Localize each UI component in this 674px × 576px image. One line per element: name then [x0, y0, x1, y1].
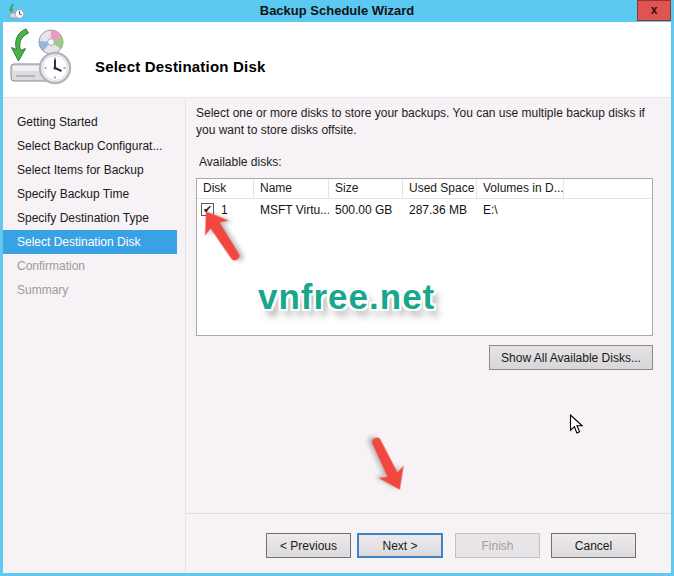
sidebar-item-confirmation: Confirmation — [3, 254, 177, 278]
sidebar-item-select-destination-disk[interactable]: Select Destination Disk — [3, 230, 177, 254]
column-header-volumes[interactable]: Volumes in D... — [477, 179, 564, 198]
watermark: vnfree.net — [258, 277, 435, 317]
cell-name: MSFT Virtu... — [254, 203, 329, 217]
close-icon[interactable]: x — [637, 0, 671, 21]
sidebar-item-select-backup-configuration[interactable]: Select Backup Configurat... — [3, 134, 177, 158]
sidebar-item-select-items-for-backup[interactable]: Select Items for Backup — [3, 158, 177, 182]
table-row[interactable]: ✔ 1 MSFT Virtu... 500.00 GB 287.36 MB E:… — [197, 199, 652, 220]
previous-button[interactable]: < Previous — [266, 533, 351, 558]
finish-button: Finish — [455, 533, 540, 558]
cancel-button[interactable]: Cancel — [551, 533, 636, 558]
wizard-steps-sidebar: Getting Started Select Backup Configurat… — [3, 99, 186, 573]
table-header-row: Disk Name Size Used Space Volumes in D..… — [197, 179, 652, 199]
mouse-cursor-icon — [569, 414, 585, 440]
show-all-available-disks-button[interactable]: Show All Available Disks... — [489, 345, 653, 370]
sidebar-divider — [185, 98, 186, 573]
window-title: Backup Schedule Wizard — [0, 0, 674, 22]
cell-volumes: E:\ — [477, 203, 564, 217]
cell-used-space: 287.36 MB — [403, 203, 477, 217]
page-description: Select one or more disks to store your b… — [196, 105, 654, 140]
titlebar[interactable]: Backup Schedule Wizard x — [0, 0, 674, 22]
next-button[interactable]: Next > — [357, 533, 443, 558]
red-arrow-next-annotation — [359, 427, 413, 496]
available-disks-label: Available disks: — [199, 155, 282, 169]
window-border-left — [0, 0, 3, 576]
footer-divider — [186, 513, 671, 514]
column-header-size[interactable]: Size — [329, 179, 403, 198]
wizard-window: Backup Schedule Wizard x — [0, 0, 674, 576]
column-header-disk[interactable]: Disk — [197, 179, 254, 198]
sidebar-item-summary: Summary — [3, 278, 177, 302]
column-header-name[interactable]: Name — [254, 179, 329, 198]
cell-size: 500.00 GB — [329, 203, 403, 217]
sidebar-item-getting-started[interactable]: Getting Started — [3, 110, 177, 134]
wizard-header: Select Destination Disk — [3, 22, 671, 98]
sidebar-item-specify-backup-time[interactable]: Specify Backup Time — [3, 182, 177, 206]
column-header-filler — [564, 179, 652, 198]
column-header-used-space[interactable]: Used Space — [403, 179, 477, 198]
page-title: Select Destination Disk — [95, 58, 266, 75]
backup-disk-clock-icon — [9, 28, 75, 88]
sidebar-item-specify-destination-type[interactable]: Specify Destination Type — [3, 206, 177, 230]
